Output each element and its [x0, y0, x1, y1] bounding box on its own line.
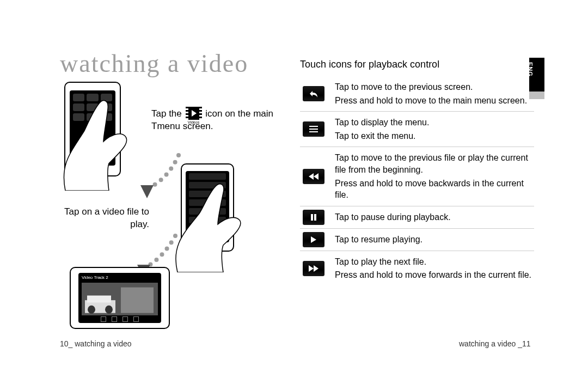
device1-timestamp: 0:35: [73, 158, 82, 163]
table-row: Tap to display the menu. Tap to exit the…: [300, 112, 534, 147]
language-tab-label: ENG: [527, 62, 534, 77]
videos-icon: Videos: [186, 107, 202, 120]
previous-desc: Tap to move to the previous file or play…: [327, 150, 534, 202]
language-tab[interactable]: ENG: [529, 58, 544, 92]
svg-rect-7: [309, 129, 318, 130]
svg-rect-10: [314, 214, 316, 221]
pause-icon[interactable]: [303, 210, 324, 225]
pause-desc: Tap to pause during playback.: [327, 210, 534, 225]
playback-controls-table: Tap to move to the previous screen. Pres…: [300, 76, 534, 286]
videos-icon-label: Videos: [186, 120, 202, 125]
menu-desc: Tap to display the menu. Tap to exit the…: [327, 115, 534, 143]
svg-rect-4: [87, 296, 111, 303]
svg-point-2: [88, 306, 95, 314]
table-row: Tap to move to the previous file or play…: [300, 147, 534, 206]
table-row: Tap to resume playing.: [300, 229, 534, 251]
svg-point-3: [105, 306, 113, 314]
playback-controls-heading: Touch icons for playback control: [300, 59, 439, 70]
back-desc: Tap to move to the previous screen. Pres…: [327, 80, 534, 108]
device-step2: [181, 163, 234, 252]
table-row: Tap to move to the previous screen. Pres…: [300, 76, 534, 112]
footer-right: watching a video _11: [459, 339, 531, 348]
next-desc: Tap to play the next file. Press and hol…: [327, 254, 534, 283]
step2-caption: Tap on a video file to play.: [46, 206, 149, 231]
menu-icon[interactable]: [303, 121, 324, 137]
language-tab-shadow: [529, 92, 544, 99]
section-title: watching a video: [60, 49, 248, 78]
footer-left: 10_ watching a video: [60, 339, 132, 348]
table-row: Tap to pause during playback.: [300, 206, 534, 229]
svg-rect-6: [309, 126, 318, 127]
svg-rect-8: [309, 131, 318, 132]
device3-title: Video Track 2: [82, 275, 108, 280]
previous-track-icon[interactable]: [303, 169, 324, 184]
back-icon[interactable]: [303, 86, 324, 101]
svg-rect-9: [311, 214, 313, 221]
svg-rect-5: [121, 288, 154, 313]
play-desc: Tap to resume playing.: [327, 232, 534, 247]
device-step3: Video Track 2: [70, 267, 170, 329]
device-step1: 0:35: [64, 82, 121, 176]
table-row: Tap to play the next file. Press and hol…: [300, 251, 534, 286]
play-icon[interactable]: [303, 232, 324, 247]
step1-caption: Tap the Videos icon on the main Tmenu sc…: [151, 107, 277, 133]
step1-pre: Tap the: [151, 108, 185, 119]
next-track-icon[interactable]: [303, 261, 324, 276]
